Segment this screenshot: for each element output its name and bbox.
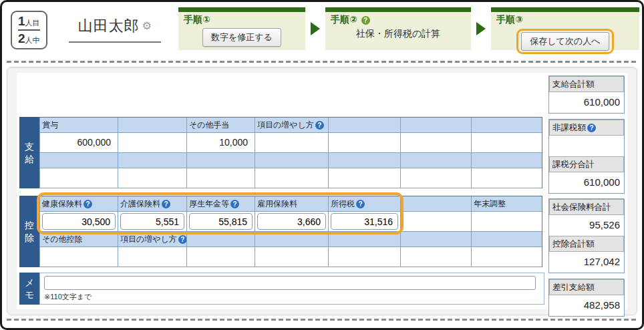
payment-cell [400,168,471,188]
col-header-other-deduction: その他控除 [39,232,118,247]
care-insurance-input[interactable] [120,213,184,230]
deduction-total-value: 127,042 [549,252,624,273]
arrow-icon [476,22,486,35]
col-header [255,153,328,168]
col-header [255,232,328,247]
col-header [400,196,471,212]
help-icon[interactable]: ? [178,235,186,244]
col-header [186,232,255,247]
col-header [328,232,400,247]
deduction-section: 控除 健康保険料? 介護保険料? 厚生年金等? 雇用保険料 所得税? 年末調整 [19,196,544,267]
taxable-total-label: 課税分合計 [549,156,624,172]
col-header-other-allowance: その他手当 [186,118,255,133]
payment-cell [255,133,328,153]
year-end-adjustment-cell [471,212,542,232]
other-allowance-amount: 10,000 [186,133,255,153]
total-payment-label: 支給合計額 [549,76,624,92]
employee-name-block: 山田太郎⚙ [69,15,161,43]
col-header [400,232,471,247]
col-header [328,118,400,133]
memo-section: メモ ※110文字まで [19,273,544,305]
col-header-add-items: 項目の増やし方? [118,232,186,247]
save-button-highlight: 保存して次の人へ [516,29,613,54]
col-header [118,118,186,133]
deduction-cell [186,247,255,267]
employment-insurance-input[interactable] [257,213,326,230]
pay-table: 支給 賞与 その他手当 項目の増やし方? 600,000 10,000 [19,75,544,307]
help-icon[interactable]: ? [315,121,324,130]
memo-char-limit-note: ※110文字まで [44,292,540,302]
payment-cell [471,168,542,188]
step-2-description: 社保・所得税の計算 [331,28,466,40]
main-panel: 支給 賞与 その他手当 項目の増やし方? 600,000 10,000 [7,67,637,315]
payment-section: 支給 賞与 その他手当 項目の増やし方? 600,000 10,000 [19,117,544,188]
col-header-pension: 厚生年金等? [186,196,255,212]
step-bar: 手順① 数字を修正する 手順② ? 社保・所得税の計算 手順③ 保存して次の人へ [178,7,639,50]
col-header [118,153,186,168]
payment-row-label: 支給 [19,117,39,188]
payment-cell [186,168,255,188]
gear-icon[interactable]: ⚙ [142,20,152,31]
deduction-cell [39,247,118,267]
social-insurance-total-label: 社会保険料合計 [549,199,624,215]
employee-name: 山田太郎 [78,17,140,34]
help-icon[interactable]: ? [230,200,239,208]
payment-cell [328,168,400,188]
summary-column: 支給合計額 610,000 非課税額? 課税分合計 610,000 社会保険料合… [548,75,625,307]
col-header [471,153,542,168]
net-payment-box: 差引支給額 482,958 [548,279,625,317]
social-insurance-total-value: 95,526 [549,215,624,236]
tax-box: 非課税額? 課税分合計 610,000 [548,119,625,194]
step-3: 手順③ 保存して次の人へ [491,7,639,50]
col-header [328,153,400,168]
step-3-title: 手順③ [496,14,634,26]
col-header-bonus: 賞与 [39,118,118,133]
help-icon[interactable]: ? [356,200,365,208]
pension-input[interactable] [189,213,253,230]
col-header-add-items: 項目の増やし方? [255,118,328,133]
taxable-total-value: 610,000 [549,172,624,193]
step-2-title: 手順② ? [331,14,466,26]
col-header [471,118,542,133]
net-payment-label: 差引支給額 [549,279,624,295]
total-payment-box: 支給合計額 610,000 [548,75,625,114]
deduction-cell [471,247,542,267]
tax-free-label: 非課税額? [549,120,624,136]
bonus-amount: 600,000 [39,133,118,153]
deduction-cell [255,247,328,267]
col-header-income-tax: 所得税? [328,196,400,212]
col-header-year-end-adjustment: 年末調整 [471,196,542,212]
payment-cell [255,168,328,188]
total-payment-value: 610,000 [549,92,624,113]
arrow-icon [311,22,320,35]
col-header-employment-insurance: 雇用保険料 [255,196,328,212]
net-payment-value: 482,958 [549,295,624,316]
col-header [400,118,471,133]
col-header [400,153,471,168]
help-icon[interactable]: ? [84,200,92,208]
income-tax-input[interactable] [331,213,398,230]
payment-cell [328,133,400,153]
save-next-button[interactable]: 保存して次の人へ [521,32,609,51]
deduction-cell [400,212,471,232]
payment-cell [400,133,471,153]
memo-row-label: メモ [19,273,39,305]
help-icon[interactable]: ? [162,200,170,208]
counter-current: 1 [18,14,25,28]
fix-numbers-button[interactable]: 数字を修正する [202,28,281,47]
deduction-total-label: 控除合計額 [549,236,624,252]
health-insurance-input[interactable] [42,213,116,230]
payment-cell [39,168,118,188]
col-header [39,153,118,168]
counter-divider [18,29,40,31]
step-1-title: 手順① [184,14,300,26]
app-window: 1人目 2人中 山田太郎⚙ 手順① 数字を修正する 手順② ? 社保・所得税の計… [0,0,644,330]
col-header-care-insurance: 介護保険料? [118,196,186,212]
memo-input[interactable] [44,276,536,290]
deduction-cell [118,247,186,267]
top-dashed-divider [7,61,637,63]
help-icon[interactable]: ? [587,124,596,132]
person-counter: 1人目 2人中 [11,11,47,49]
step-1: 手順① 数字を修正する [178,7,305,50]
help-icon[interactable]: ? [361,16,370,25]
